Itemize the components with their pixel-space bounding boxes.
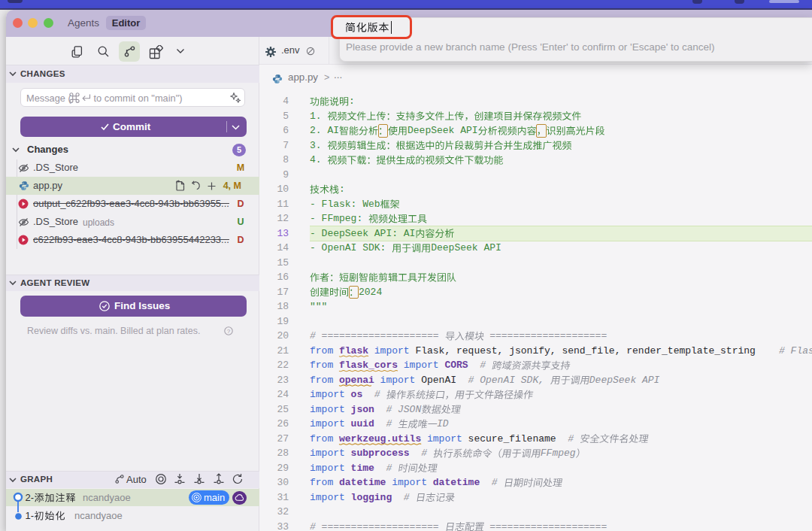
svg-text:?: ?: [227, 327, 231, 334]
